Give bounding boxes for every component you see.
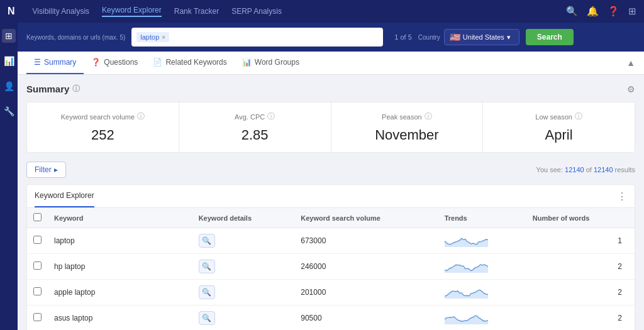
th-select-all[interactable] xyxy=(27,208,48,228)
cpc-info-icon[interactable]: ⓘ xyxy=(267,111,275,122)
trend-sparkline xyxy=(445,311,489,326)
table-tabs-row: Keyword Explorer ⋮ xyxy=(27,185,635,208)
trend-sparkline xyxy=(445,285,489,300)
nav-link-serp[interactable]: SERP Analysis xyxy=(231,7,282,16)
tab-related[interactable]: 📄 Related Keywords xyxy=(145,52,234,74)
th-volume: Keyword search volume xyxy=(294,208,438,228)
cell-keyword: apple laptop xyxy=(48,280,192,305)
search-bar-area: Keywords, domains or urls (max. 5) lapto… xyxy=(18,23,644,52)
nav-link-rank[interactable]: Rank Tracker xyxy=(174,7,219,16)
tab-related-label: Related Keywords xyxy=(165,58,226,67)
results-count: You see: 12140 of 12140 results xyxy=(536,166,635,173)
th-details: Keyword details xyxy=(192,208,295,228)
filter-bar: Filter ▸ You see: 12140 of 12140 results xyxy=(26,162,635,178)
row-checkbox-cell xyxy=(27,228,48,254)
summary-title-text: Summary xyxy=(26,84,69,94)
tab-wordgroups[interactable]: 📊 Word Groups xyxy=(235,52,307,74)
filter-button[interactable]: Filter ▸ xyxy=(26,162,66,178)
cell-wordcount: 2 xyxy=(526,280,635,305)
stat-label-peak: Peak season ⓘ xyxy=(341,111,473,122)
stat-label-low: Low season ⓘ xyxy=(493,111,625,122)
th-wordcount: Number of words xyxy=(526,208,635,228)
th-trends: Trends xyxy=(438,208,526,228)
tab-questions[interactable]: ❓ Questions xyxy=(84,52,145,74)
related-tab-icon: 📄 xyxy=(153,58,162,67)
table-section: Keyword Explorer ⋮ Keyword Keyword detai… xyxy=(26,184,635,330)
country-select[interactable]: 🇺🇸 United States ▾ xyxy=(444,29,519,45)
top-nav: N Visibility Analysis Keyword Explorer R… xyxy=(0,0,644,23)
bell-icon[interactable]: 🔔 xyxy=(587,6,599,17)
keyword-details-button[interactable]: 🔍 xyxy=(199,285,215,299)
select-all-checkbox[interactable] xyxy=(33,213,42,221)
wordgroups-tab-icon: 📊 xyxy=(242,58,252,67)
search-tag-label: laptop xyxy=(140,33,159,41)
table-row: laptop🔍6730001 xyxy=(27,228,635,254)
keywords-table: Keyword Keyword details Keyword search v… xyxy=(27,208,635,330)
keyword-details-button[interactable]: 🔍 xyxy=(199,234,215,248)
cell-trend xyxy=(438,305,526,331)
row-checkbox[interactable] xyxy=(33,236,42,244)
nav-link-visibility[interactable]: Visibility Analysis xyxy=(33,7,89,16)
row-checkbox-cell xyxy=(27,254,48,280)
th-keyword: Keyword xyxy=(48,208,192,228)
stat-label-volume: Keyword search volume ⓘ xyxy=(37,111,169,122)
cell-volume: 246000 xyxy=(294,254,438,280)
keyword-details-button[interactable]: 🔍 xyxy=(199,260,215,273)
search-button[interactable]: Search xyxy=(526,29,574,45)
help-icon[interactable]: ❓ xyxy=(608,6,619,17)
search-tag-laptop: laptop × xyxy=(136,32,169,42)
sidebar-icon-tool[interactable]: 🔧 xyxy=(2,104,16,118)
stat-card-peak: Peak season ⓘ November xyxy=(331,102,484,152)
stat-card-cpc: Avg. CPC ⓘ 2.85 xyxy=(179,102,331,152)
main-wrapper: Keywords, domains or urls (max. 5) lapto… xyxy=(18,23,644,330)
cell-details: 🔍 xyxy=(192,228,295,254)
summary-header: Summary ⓘ ⚙ xyxy=(26,84,635,94)
country-select-wrapper: Country 🇺🇸 United States ▾ xyxy=(418,29,519,45)
keyword-details-button[interactable]: 🔍 xyxy=(199,311,215,325)
cell-trend xyxy=(438,228,526,254)
content-area: Summary ⓘ ⚙ Keyword search volume ⓘ 252 … xyxy=(18,75,644,330)
table-row: apple laptop🔍2010002 xyxy=(27,280,635,305)
table-menu-icon[interactable]: ⋮ xyxy=(617,190,627,202)
cell-keyword: hp laptop xyxy=(48,254,192,280)
sidebar: ⊞ 📊 👤 🔧 xyxy=(0,23,18,330)
search-label: Keywords, domains or urls (max. 5) xyxy=(26,34,125,41)
top-nav-right: 🔍 🔔 ❓ ⊞ xyxy=(566,6,636,17)
nav-link-keyword[interactable]: Keyword Explorer xyxy=(102,6,162,17)
tab-summary[interactable]: ☰ Summary xyxy=(26,52,84,74)
cell-wordcount: 1 xyxy=(526,228,635,254)
results-suffix: results xyxy=(615,166,635,173)
row-checkbox[interactable] xyxy=(33,261,42,270)
cell-volume: 673000 xyxy=(294,228,438,254)
row-checkbox-cell xyxy=(27,280,48,305)
stat-value-cpc: 2.85 xyxy=(189,127,321,143)
search-input-container[interactable]: laptop × xyxy=(131,28,383,47)
cell-details: 🔍 xyxy=(192,305,295,331)
sidebar-icon-chart[interactable]: 📊 xyxy=(2,54,16,68)
table-tab-explorer[interactable]: Keyword Explorer xyxy=(35,185,94,207)
cell-trend xyxy=(438,254,526,280)
sidebar-icon-person[interactable]: 👤 xyxy=(2,79,16,93)
results-current[interactable]: 12140 xyxy=(565,166,584,173)
search-icon[interactable]: 🔍 xyxy=(566,6,578,17)
cell-wordcount: 2 xyxy=(526,254,635,280)
row-checkbox[interactable] xyxy=(33,287,42,295)
info-icon[interactable]: ⓘ xyxy=(72,84,80,94)
filter-arrow-icon: ▸ xyxy=(54,165,58,174)
volume-info-icon[interactable]: ⓘ xyxy=(137,111,145,122)
row-checkbox[interactable] xyxy=(33,313,42,321)
cell-trend xyxy=(438,280,526,305)
grid-icon[interactable]: ⊞ xyxy=(628,6,636,17)
stat-card-low: Low season ⓘ April xyxy=(483,102,635,152)
sidebar-icon-grid[interactable]: ⊞ xyxy=(2,29,16,43)
search-tag-close[interactable]: × xyxy=(162,34,165,41)
low-info-icon[interactable]: ⓘ xyxy=(575,111,582,122)
results-text: You see: xyxy=(536,166,563,173)
cell-volume: 90500 xyxy=(294,305,438,331)
peak-info-icon[interactable]: ⓘ xyxy=(425,111,432,122)
settings-icon[interactable]: ⚙ xyxy=(627,84,635,94)
tabs-collapse-icon[interactable]: ▲ xyxy=(626,58,635,68)
results-total[interactable]: 12140 xyxy=(594,166,613,173)
cell-volume: 201000 xyxy=(294,280,438,305)
cell-wordcount: 2 xyxy=(526,305,635,331)
